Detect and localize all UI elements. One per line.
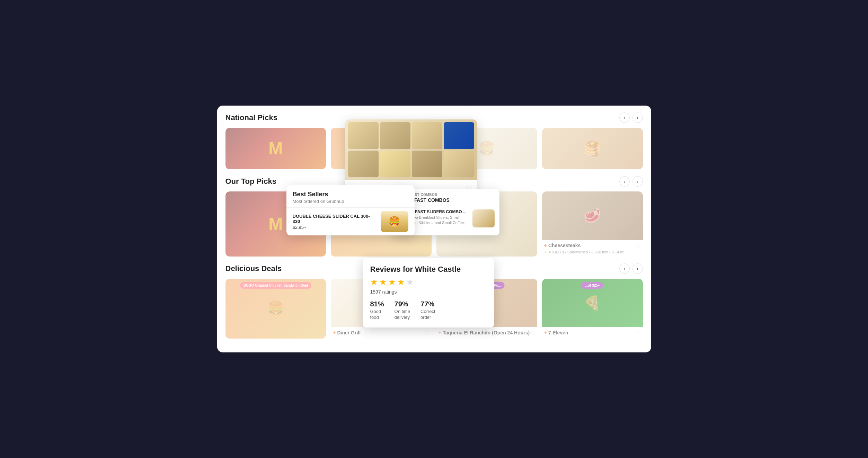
card-info-7eleven: + 7-Eleven ♡ xyxy=(542,327,643,339)
top-picks-prev[interactable]: ‹ xyxy=(619,176,630,187)
restaurant-name-taqueria: + Taqueria El Ranchito (Open 24 Hours) xyxy=(439,330,530,335)
card-info-row-diner: + Diner Grill ♡ xyxy=(333,330,429,336)
reviews-title: Reviews for White Castle xyxy=(370,265,487,274)
top-picks-next[interactable]: › xyxy=(632,176,643,187)
wc-expanded-image xyxy=(345,119,477,180)
wc-food-grid xyxy=(345,119,477,180)
bs-item[interactable]: DOUBLE CHEESE SLIDER CAL 300-330 $2.95+ … xyxy=(286,207,415,235)
stat-pct-3: 77% xyxy=(420,300,435,308)
deals-title: Delicious Deals xyxy=(225,264,282,273)
star-4: ★ xyxy=(397,277,405,287)
app-container: National Picks ‹ › M + McDonald's xyxy=(217,106,651,352)
card-bk-deal[interactable]: BOGO Original Chicken Sandwich Deal 🍔 + … xyxy=(225,279,326,339)
bs-item-image: 🍔 xyxy=(381,211,408,232)
stat-label-3a: Correct xyxy=(420,309,435,314)
next-arrow[interactable]: › xyxy=(632,113,643,123)
heart-icon-7eleven[interactable]: ♡ xyxy=(636,330,641,336)
card-info-row-7eleven: + 7-Eleven ♡ xyxy=(544,330,641,336)
wc-food-icon: 🍔 xyxy=(478,141,495,157)
star-1: ★ xyxy=(370,277,378,287)
card-7eleven[interactable]: ...of $25+ 🍕 + 7-Eleven ♡ xyxy=(542,279,643,339)
deals-nav: ‹ › xyxy=(619,263,643,274)
restaurant-name-diner: + Diner Grill xyxy=(333,330,361,335)
plus-icon-diner: + xyxy=(333,330,336,335)
bs-title: Best Sellers xyxy=(293,191,408,198)
card-info-diner: + Diner Grill ♡ xyxy=(331,327,432,339)
sandwich-visual: 🍔 xyxy=(381,211,408,232)
stat-pct-2: 79% xyxy=(395,300,410,308)
bs-item-info: DOUBLE CHEESE SLIDER CAL 300-330 $2.95+ xyxy=(293,214,377,230)
mcdonalds-arch-icon: M xyxy=(268,138,283,159)
plus-icon-taqueria: + xyxy=(439,330,441,335)
deals-prev[interactable]: ‹ xyxy=(619,263,630,274)
card-info-taqueria: + Taqueria El Ranchito (Open 24 Hours) ♡ xyxy=(436,327,537,339)
card-ihop-1[interactable]: 🥞 IHOP ♡ ★ 4.2 (1.2k) • Breakfast • xyxy=(542,128,643,169)
card-meta-cheese: ★ 4.0 (800) • Sandwiches • 35-50 min • 9… xyxy=(544,250,641,254)
stat-label-2a: On time xyxy=(395,309,410,314)
bk-deal-food: 🍔 xyxy=(267,300,284,317)
bs-item-name: DOUBLE CHEESE SLIDER CAL 300-330 xyxy=(293,214,377,224)
reviews-count: 1597 ratings xyxy=(370,289,487,295)
bs-subtitle: Most ordered on Grubhub xyxy=(293,199,408,204)
restaurant-name-cheese: + Cheesesteaks xyxy=(544,243,581,248)
card-mcdonalds-1[interactable]: M + McDonald's ♡ ★ 4.5 (1k) • Fast xyxy=(225,128,326,169)
stat-label-1a: Good xyxy=(370,309,384,314)
ihop-food-icon: 🥞 xyxy=(584,141,601,157)
nav-arrows: ‹ › xyxy=(619,113,643,123)
restaurant-name-7eleven: + 7-Eleven xyxy=(544,330,568,335)
card-image-cheese: 🥩 xyxy=(542,191,643,240)
7eleven-food: 🍕 xyxy=(542,279,643,327)
bs-header: Best Sellers Most ordered on Grubhub xyxy=(286,185,415,207)
card-image-mcdonalds: M xyxy=(225,128,326,169)
stat-label-3b: order xyxy=(420,315,435,320)
reviews-stars: ★ ★ ★ ★ ★ xyxy=(370,277,487,287)
wc-food-item-3 xyxy=(412,122,442,149)
mcd-arch2: M xyxy=(268,214,283,234)
plus-icon-cheese: + xyxy=(544,243,547,248)
wc-food-item-7 xyxy=(412,151,442,178)
heart-icon-diner[interactable]: ♡ xyxy=(425,330,429,336)
wc-food-item-1 xyxy=(348,122,379,149)
reviews-stats: 81% Good food 79% On time delivery 77% C… xyxy=(370,300,487,320)
stat-label-1b: food xyxy=(370,315,384,320)
cheese-food-icon: 🥩 xyxy=(542,191,643,240)
wc-food-item-8 xyxy=(444,151,474,178)
plus-icon-7eleven: + xyxy=(544,330,547,335)
bp-item-image xyxy=(472,209,495,227)
card-image-7eleven: ...of $25+ 🍕 xyxy=(542,279,643,327)
reviews-popup: Reviews for White Castle ★ ★ ★ ★ ★ 1597 … xyxy=(363,258,494,327)
card-info-cheese: + Cheesesteaks ♡ ★ 4.0 (800) • Sandwiche… xyxy=(542,240,643,257)
top-picks-nav: ‹ › xyxy=(619,176,643,187)
wc-food-item-5 xyxy=(348,151,379,178)
wc-food-item-4 xyxy=(444,122,474,149)
star-cheese: ★ xyxy=(544,250,548,254)
best-sellers-popup: Best Sellers Most ordered on Grubhub DOU… xyxy=(286,185,415,235)
star-2: ★ xyxy=(379,277,387,287)
badge-bk-deal: BOGO Original Chicken Sandwich Deal xyxy=(240,282,311,289)
bs-item-price: $2.95+ xyxy=(293,225,377,230)
prev-arrow[interactable]: ‹ xyxy=(619,113,630,123)
heart-icon-taqueria[interactable]: ♡ xyxy=(530,330,535,336)
card-cheesesteaks[interactable]: 🥩 + Cheesesteaks ♡ ★ 4.0 (800) • S xyxy=(542,191,643,257)
wc-food-item-2 xyxy=(380,122,410,149)
stat-pct-1: 81% xyxy=(370,300,384,308)
card-image-bk-deal: BOGO Original Chicken Sandwich Deal 🍔 xyxy=(225,279,326,339)
star-5: ★ xyxy=(406,277,414,287)
wc-food-item-6 xyxy=(380,151,410,178)
stat-on-time: 79% On time delivery xyxy=(395,300,410,320)
star-3: ★ xyxy=(388,277,396,287)
card-info-row-taqueria: + Taqueria El Ranchito (Open 24 Hours) ♡ xyxy=(439,330,535,336)
stat-correct-order: 77% Correct order xyxy=(420,300,435,320)
stat-label-2b: delivery xyxy=(395,315,410,320)
card-image-ihop: 🥞 xyxy=(542,128,643,169)
top-picks-title: Our Top Picks xyxy=(225,177,277,186)
stat-good-food: 81% Good food xyxy=(370,300,384,320)
deals-next[interactable]: › xyxy=(632,263,643,274)
national-picks-title: National Picks xyxy=(225,113,277,122)
heart-icon-cheese[interactable]: ♡ xyxy=(636,243,641,249)
card-info-row-cheese: + Cheesesteaks ♡ xyxy=(544,243,641,249)
